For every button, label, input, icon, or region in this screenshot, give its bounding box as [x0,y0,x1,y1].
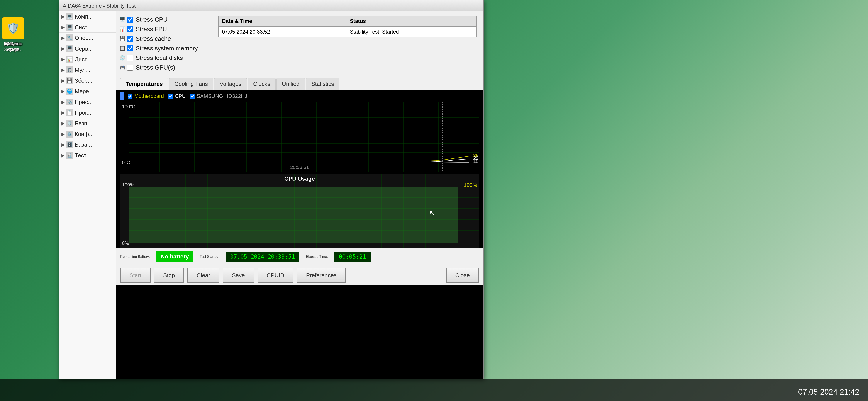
battery-value: No battery [156,251,193,262]
main-content: ▶ 💻 Комп... ▶ 🖥️ Сист... ▶ 🔧 Опер... ▶ 🖥… [59,11,483,379]
temp-chart-svg: 38 29 18 [120,102,479,172]
memory-icon: 🔲 [119,45,125,51]
sidebar-item-pris[interactable]: ▶ 📎 Прис... [59,97,116,107]
tab-voltages[interactable]: Voltages [214,78,247,90]
sidebar-item-mul[interactable]: ▶ 🎵 Мул... [59,65,116,75]
stress-row-cache: 💾 Stress cache [119,34,208,43]
sidebar-label-oper: Опер... [75,35,93,41]
svg-marker-50 [129,187,458,243]
sidebar-item-disp[interactable]: ▶ 📊 Дисп... [59,54,116,65]
sidebar-arrow-konf: ▶ [61,131,65,137]
stress-row-disks: 💿 Stress local disks [119,53,208,63]
sidebar-item-test[interactable]: ▶ 🔬 Тест... [59,150,116,161]
sidebar-item-oper[interactable]: ▶ 🔧 Опер... [59,33,116,43]
active-indicator [120,92,124,100]
sidebar-icon-pris: 📎 [66,98,73,105]
taskbar: 07.05.2024 21:42 [0,379,868,401]
app-window: AIDA64 Extreme - Stability Test ▶ 💻 Комп… [59,0,484,379]
tabs-bar: Temperatures Cooling Fans Voltages Clock… [116,76,483,90]
close-button[interactable]: Close [446,268,479,283]
sidebar-label-serv: Серв... [75,45,93,52]
stop-button[interactable]: Stop [154,268,184,283]
sidebar-icon-test: 🔬 [66,152,73,159]
stress-gpu-label: Stress GPU(s) [136,64,175,71]
sidebar-item-bezp[interactable]: ▶ 🛡️ Безп... [59,118,116,129]
sidebar-arrow-pris: ▶ [61,99,65,104]
sidebar-item-komp[interactable]: ▶ 💻 Комп... [59,11,116,22]
sidebar-item-baza[interactable]: ▶ 🗄️ База... [59,140,116,150]
preferences-button[interactable]: Preferences [297,268,346,283]
tab-statistics[interactable]: Statistics [306,78,339,90]
sidebar-icon-bezp: 🛡️ [66,120,73,127]
legend-motherboard-checkbox[interactable] [128,94,132,98]
status-table: Date & Time Status 07.05.2024 20:33:52 S… [218,16,477,37]
left-sidebar: ▶ 💻 Комп... ▶ 🖥️ Сист... ▶ 🔧 Опер... ▶ 🖥… [59,11,116,379]
start-button[interactable]: Start [120,268,151,283]
sidebar-label-test: Тест... [75,152,91,159]
sidebar-item-sist[interactable]: ▶ 🖥️ Сист... [59,22,116,33]
stress-memory-label: Stress system memory [136,45,198,52]
sidebar-icon-disp: 📊 [66,56,73,63]
mouse-cursor: ↖ [429,209,435,218]
sidebar-item-zber[interactable]: ▶ 💾 Збер... [59,75,116,86]
sidebar-icon-sist: 🖥️ [66,24,73,31]
sidebar-arrow-bezp: ▶ [61,121,65,126]
cpuid-button[interactable]: CPUID [257,268,293,283]
save-button[interactable]: Save [223,268,254,283]
chart-legend-bar: Motherboard CPU SAMSUNG HD322HJ [116,90,483,102]
tab-clocks[interactable]: Clocks [248,78,276,90]
sidebar-item-serv[interactable]: ▶ 🖥️ Серв... [59,43,116,54]
legend-cpu: CPU [168,93,186,99]
elapsed-time-value: 00:05:21 [335,252,370,262]
sidebar-icon-baza: 🗄️ [66,141,73,148]
legend-motherboard: Motherboard [128,93,164,99]
sidebar-label-mul: Мул... [75,67,90,73]
sidebar-label-mere: Мере... [75,88,94,95]
status-value: Stability Test: Started [346,27,476,37]
tab-cooling-fans[interactable]: Cooling Fans [169,78,213,90]
legend-samsung-label: SAMSUNG HD322HJ [197,93,247,99]
stress-cache-checkbox[interactable] [127,36,133,42]
stress-disks-label: Stress local disks [136,55,183,61]
sidebar-label-sist: Сист... [75,24,92,31]
fpu-icon: 📊 [119,26,125,32]
disk-icon: 💿 [119,55,125,61]
stress-memory-checkbox[interactable] [127,45,133,52]
sidebar-item-konf[interactable]: ▶ ⚙️ Конф... [59,129,116,140]
stress-row-fpu: 📊 Stress FPU [119,24,208,34]
sidebar-item-mere[interactable]: ▶ 🌐 Мере... [59,86,116,97]
desktop-app-360[interactable]: 🛡️ 360 Tot Securit... [2,18,24,52]
sidebar-item-prog[interactable]: ▶ 📋 Прог... [59,107,116,118]
top-panel: 🖥️ Stress CPU 📊 Stress FPU 💾 Stress cach… [116,11,483,76]
stress-disks-checkbox[interactable] [127,55,133,61]
stress-cache-label: Stress cache [136,35,171,42]
clear-button[interactable]: Clear [187,268,219,283]
stress-cpu-checkbox[interactable] [127,17,133,23]
sidebar-label-baza: База... [75,142,92,148]
sidebar-label-bezp: Безп... [75,120,92,127]
gpu-icon: 🎮 [119,65,125,70]
status-header-datetime: Date & Time [219,16,346,27]
sidebar-arrow-oper: ▶ [61,35,65,40]
legend-motherboard-label: Motherboard [134,93,164,99]
sidebar-label-zber: Збер... [75,78,92,84]
stress-row-memory: 🔲 Stress system memory [119,43,208,53]
360-icon: 🛡️ [2,18,24,39]
legend-cpu-checkbox[interactable] [168,94,173,98]
status-section: Date & Time Status 07.05.2024 20:33:52 S… [212,11,483,76]
legend-samsung-checkbox[interactable] [190,94,195,98]
tab-unified[interactable]: Unified [277,78,305,90]
app-title: AIDA64 Extreme - Stability Test [63,3,135,9]
stress-gpu-checkbox[interactable] [127,64,133,71]
svg-text:18: 18 [473,158,478,164]
stress-fpu-checkbox[interactable] [127,26,133,32]
legend-cpu-label: CPU [175,93,186,99]
taskbar-time: 07.05.2024 21:42 [798,388,859,397]
battery-label: Remaining Battery: [120,255,150,259]
stress-options-panel: 🖥️ Stress CPU 📊 Stress FPU 💾 Stress cach… [116,11,212,76]
tab-temperatures[interactable]: Temperatures [120,78,168,90]
stress-cpu-label: Stress CPU [136,16,167,23]
status-datetime: 07.05.2024 20:33:52 [219,27,346,37]
sidebar-label-komp: Комп... [75,13,93,20]
sidebar-icon-mere: 🌐 [66,88,73,95]
